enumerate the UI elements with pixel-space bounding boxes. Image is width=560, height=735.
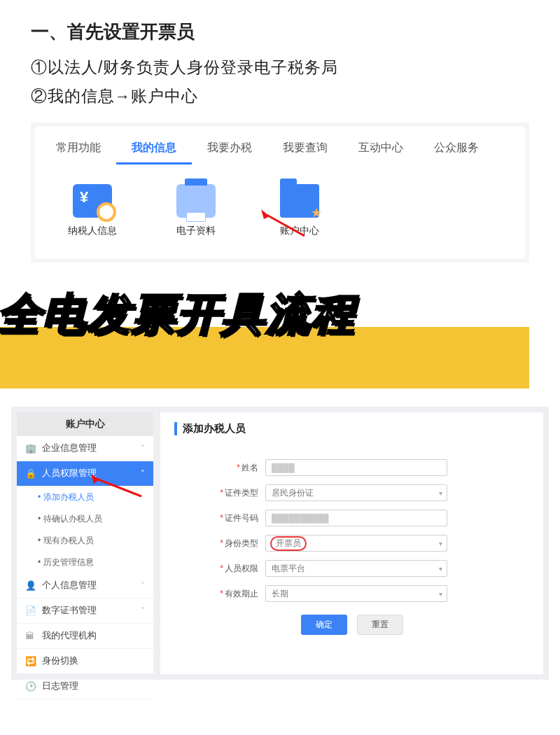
top-tabs: 常用功能 我的信息 我要办税 我要查询 互动中心 公众服务: [41, 136, 519, 164]
nav-icon-e-docs[interactable]: 电子资料: [161, 184, 231, 237]
nav-icon-label: 账户中心: [265, 225, 335, 237]
doc-icon: 📄: [25, 606, 36, 616]
label-doc-no: *证件号码: [174, 512, 265, 524]
label-valid: *有效期止: [174, 588, 265, 600]
sidebar-item-label: 人员权限管理: [42, 468, 97, 479]
headline-banner: 全电发票开具流程: [0, 285, 529, 397]
sidebar-sub-label: 待确认办税人员: [43, 514, 102, 524]
sidebar-item-label: 企业信息管理: [42, 442, 97, 454]
switch-icon: 🔁: [25, 656, 36, 666]
sidebar-sub-label: 现有办税人员: [43, 536, 94, 545]
chevron-down-icon: ▾: [439, 565, 442, 573]
chevron-down-icon: ˅: [141, 444, 145, 453]
sidebar-sub-history[interactable]: • 历史管理信息: [17, 552, 153, 573]
nav-icon-label: 纳税人信息: [57, 225, 127, 237]
chevron-down-icon: ˅: [141, 581, 145, 590]
lock-icon: 🔒: [25, 468, 36, 479]
nav-icon-taxpayer-info[interactable]: 纳税人信息: [57, 184, 127, 237]
sidebar-item-personal-info[interactable]: 👤 个人信息管理 ˅: [17, 573, 153, 598]
sidebar-item-company-info[interactable]: 🏢 企业信息管理 ˅: [17, 436, 153, 461]
user-icon: 👤: [25, 580, 36, 591]
sidebar-sub-existing[interactable]: • 现有办税人员: [17, 530, 153, 552]
form-title: 添加办税人员: [174, 422, 529, 435]
select-valid[interactable]: 长期▾: [265, 585, 447, 602]
label-name: *姓名: [174, 462, 265, 474]
sidebar-title: 账户中心: [17, 412, 153, 436]
sidebar-item-personnel-auth[interactable]: 🔒 人员权限管理 ˄: [17, 461, 153, 486]
select-perm[interactable]: 电票平台▾: [265, 560, 447, 577]
sidebar-item-label: 日志管理: [42, 680, 78, 692]
chevron-down-icon: ▾: [439, 489, 442, 497]
input-name[interactable]: ████: [265, 459, 447, 476]
input-doc-no[interactable]: ██████████: [265, 510, 447, 526]
sidebar-item-label: 个人信息管理: [42, 580, 97, 592]
chevron-down-icon: ▾: [439, 590, 442, 598]
e-docs-icon: [176, 184, 216, 218]
tab-common[interactable]: 常用功能: [41, 136, 116, 164]
sidebar-item-label: 数字证书管理: [42, 605, 97, 617]
step-2-text: ②我的信息→账户中心: [31, 85, 529, 107]
chevron-down-icon: ˅: [141, 606, 145, 615]
taxpayer-info-icon: [73, 184, 112, 218]
form-screenshot-panel: 账户中心 🏢 企业信息管理 ˅ 🔒 人员权限管理 ˄ • 添加办税人员 • 待确…: [11, 407, 549, 680]
headline-text: 全电发票开具流程: [0, 285, 356, 344]
sidebar-item-agency[interactable]: 🏛 我的代理机构: [17, 624, 153, 649]
chevron-up-icon: ˄: [141, 469, 145, 478]
company-icon: 🏢: [25, 443, 36, 454]
label-doc-type: *证件类型: [174, 487, 265, 499]
sidebar-item-label: 我的代理机构: [42, 630, 97, 642]
sidebar-item-logs[interactable]: 🕑 日志管理: [17, 674, 153, 699]
tab-my-info[interactable]: 我的信息: [116, 136, 192, 164]
nav-icon-account-center[interactable]: 账户中心: [265, 184, 335, 237]
sidebar: 账户中心 🏢 企业信息管理 ˅ 🔒 人员权限管理 ˄ • 添加办税人员 • 待确…: [17, 412, 153, 674]
tab-do-tax[interactable]: 我要办税: [192, 136, 267, 164]
account-center-icon: [280, 184, 319, 218]
label-perm: *人员权限: [174, 563, 265, 575]
select-role[interactable]: 开票员 ▾: [265, 535, 447, 552]
tab-interact[interactable]: 互动中心: [343, 136, 419, 164]
arrow-right-icon: →: [115, 88, 131, 105]
label-role: *身份类型: [174, 538, 265, 550]
sidebar-sub-label: 添加办税人员: [43, 492, 94, 502]
reset-button[interactable]: 重置: [357, 615, 403, 635]
step-2-part-a: ②我的信息: [31, 87, 115, 105]
tab-public[interactable]: 公众服务: [419, 136, 494, 164]
step-2-part-b: 账户中心: [131, 87, 198, 105]
form-area: 添加办税人员 *姓名 ████ *证件类型 居民身份证▾ *证件号码 █████…: [160, 412, 543, 674]
section-heading: 一、首先设置开票员: [31, 20, 529, 44]
tab-query[interactable]: 我要查询: [267, 136, 343, 164]
sidebar-item-cert[interactable]: 📄 数字证书管理 ˅: [17, 598, 153, 624]
select-doc-type[interactable]: 居民身份证▾: [265, 484, 447, 501]
step-1-text: ①以法人/财务负责人身份登录电子税务局: [31, 57, 529, 78]
sidebar-sub-add-person[interactable]: • 添加办税人员: [17, 486, 153, 508]
confirm-button[interactable]: 确定: [301, 615, 347, 635]
chevron-down-icon: ▾: [439, 540, 442, 547]
clock-icon: 🕑: [25, 681, 36, 692]
sidebar-sub-pending[interactable]: • 待确认办税人员: [17, 508, 153, 530]
role-value-circled: 开票员: [272, 538, 305, 550]
sidebar-item-switch[interactable]: 🔁 身份切换: [17, 649, 153, 674]
sidebar-item-label: 身份切换: [42, 655, 78, 667]
nav-screenshot-panel: 常用功能 我的信息 我要办税 我要查询 互动中心 公众服务 纳税人信息 电子资料: [31, 122, 529, 262]
sidebar-sub-label: 历史管理信息: [43, 557, 94, 567]
nav-icon-label: 电子资料: [161, 225, 231, 237]
building-icon: 🏛: [25, 631, 36, 641]
